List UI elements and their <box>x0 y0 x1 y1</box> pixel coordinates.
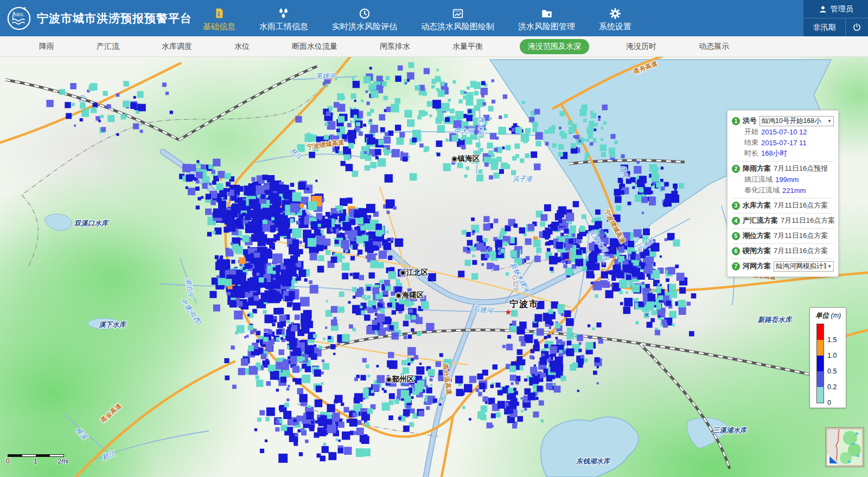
user-box: 管理员 非汛期 <box>803 0 868 36</box>
tab-gate-pump-drainage[interactable]: 闸泵排水 <box>374 40 416 54</box>
flood-number-section: 1 洪号 灿鸿10号开始168小时 ▼ 开始2015-07-10 12 结束20… <box>732 114 834 161</box>
tab-inundation-extent-depth[interactable]: 淹没范围及水深 <box>520 39 589 54</box>
step-3-badge: 3 <box>732 202 740 210</box>
admin-user-button[interactable]: 管理员 <box>803 0 868 18</box>
legend-stops: 1.51.00.50.20 <box>816 324 824 403</box>
depth-legend: 单位 (m) 1.51.00.50.20 <box>809 307 846 408</box>
legend-segment: 1.5 <box>817 324 824 340</box>
flood-number-select[interactable]: 灿鸿10号开始168小时 ▼ <box>760 116 834 126</box>
legend-segment: 0.5 <box>817 356 824 371</box>
step-1-badge: 1 <box>732 117 740 125</box>
map-label-roadgray: G329 <box>510 275 520 292</box>
user-icon <box>819 5 827 14</box>
map-label-water: 三溪浦水库 <box>713 426 747 435</box>
map-label-water: 溪下水库 <box>99 320 126 330</box>
tab-inundation-duration[interactable]: 淹没历时 <box>621 40 662 54</box>
sub-nav: 降雨 产汇流 水库调度 水位 断面水位流量 闸泵排水 水量平衡 淹没范围及水深 … <box>0 36 868 57</box>
nav-water-rain-info[interactable]: 水雨工情信息 <box>259 0 308 36</box>
water-drops-icon <box>277 7 290 20</box>
map-label-river: 西大河 <box>476 116 486 136</box>
reservoir-scheme-section: 3水库方案7月11日16点方案 <box>732 198 834 213</box>
map-label-river: 小浃江 <box>635 236 656 255</box>
map-label-river: 江南大河 <box>586 228 609 254</box>
map-label-river: 横溪 <box>74 426 89 441</box>
nav-dynamic-riskmap[interactable]: 动态洪水风险图绘制 <box>421 0 494 36</box>
map-label-district: ◉鄞州区 <box>386 375 414 384</box>
dynamic-chart-icon <box>452 7 464 20</box>
caret-down-icon: ▼ <box>827 264 832 269</box>
flood-scheme-panel: 1 洪号 灿鸿10号开始168小时 ▼ 开始2015-07-10 12 结束20… <box>727 110 839 277</box>
legend-segment: 1.0 <box>817 340 824 356</box>
map-label-river: 中大河 <box>454 127 474 136</box>
map-label-city: 宁波市 <box>509 299 539 310</box>
power-button[interactable] <box>845 18 868 36</box>
nav-realtime-risk[interactable]: 实时洪水风险评估 <box>332 0 397 36</box>
info-scroll-icon <box>213 7 225 20</box>
map-label-water: 东钱湖水库 <box>576 457 610 466</box>
map-label-district: ◉江北区 <box>400 268 428 278</box>
map-label-road: 宁波绕城高速 <box>602 208 627 245</box>
folder-icon <box>541 7 553 20</box>
legend-title: 单位 (m) <box>815 311 846 320</box>
end-label: 结束 <box>744 138 758 147</box>
city-star: ★ <box>505 307 512 317</box>
rainfall-scheme-section: 2 降雨方案 7月11日16点预报 姚江流域199mm 奉化江流域221mm <box>732 161 834 198</box>
map-label-river: 湖泊河 <box>183 277 196 298</box>
season-mode-button[interactable]: 非汛期 <box>803 18 845 36</box>
main-nav: 基础信息 水雨工情信息 实时洪水风险评估 动态洪水风险图绘制 洪水风险图管理 <box>203 0 631 36</box>
overview-map[interactable] <box>826 428 864 467</box>
map-label-road: 甬金高速 <box>99 402 123 424</box>
nav-system-settings[interactable]: 系统设置 <box>599 0 631 36</box>
tab-dynamic-display[interactable]: 动态展示 <box>693 40 735 54</box>
river-network-section: 7 河网方案 灿鸿河网模拟计算 ▼ <box>732 259 834 274</box>
step-4-badge: 4 <box>732 217 740 225</box>
map-label-river: 浜子港 <box>513 175 532 184</box>
runoff-scheme-section: 4产汇流方案7月11日16点方案 <box>732 213 834 228</box>
tab-section-stage-flow[interactable]: 断面水位流量 <box>286 40 343 54</box>
app-logo-icon: NBSL <box>7 6 31 31</box>
tab-rainfall[interactable]: 降雨 <box>34 40 60 54</box>
map-label-river: 后塘河 <box>473 304 493 316</box>
brand: NBSL 宁波市城市洪涝预报预警平台 <box>0 0 195 36</box>
map-label-district: ◉镇海区 <box>451 154 480 164</box>
gear-icon <box>609 7 621 20</box>
step-2-badge: 2 <box>732 165 740 173</box>
legend-segment: 0.2 <box>817 371 824 387</box>
tab-water-level[interactable]: 水位 <box>229 40 255 54</box>
tab-water-balance[interactable]: 水量平衡 <box>447 40 488 54</box>
scale-bar: 0 1 2mi <box>8 454 73 465</box>
page-title: 宁波市城市洪涝预报预警平台 <box>37 11 192 26</box>
map-label-river: 中塘河(西) <box>178 296 203 327</box>
tide-scheme-section: 5潮位方案7月11日16点方案 <box>732 228 834 243</box>
power-icon <box>852 23 861 32</box>
step-5-badge: 5 <box>732 232 740 240</box>
duration-label: 时长 <box>744 149 758 158</box>
gate-scheme-section: 6碶闸方案7月11日16点方案 <box>732 243 834 259</box>
flood-number-label: 洪号 <box>743 116 757 126</box>
nav-basic-info[interactable]: 基础信息 <box>203 0 235 36</box>
caret-down-icon: ▼ <box>827 119 832 124</box>
step-7-badge: 7 <box>732 262 740 270</box>
app-header: NBSL 宁波市城市洪涝预报预警平台 基础信息 水雨工情信息 实时洪水风险评估 <box>0 0 868 36</box>
tab-reservoir-dispatch[interactable]: 水库调度 <box>156 40 197 54</box>
end-value: 2015-07-17 11 <box>761 139 807 147</box>
map-label-river: 鄞江 <box>101 449 117 463</box>
map-label-road: 宁波绕城高速 <box>307 138 344 151</box>
map-label-river: 甬江 <box>618 165 630 180</box>
river-network-select[interactable]: 灿鸿河网模拟计算 ▼ <box>774 261 834 272</box>
legend-segment: 0 <box>817 387 824 403</box>
map-label-district: ◉海曙区 <box>395 291 424 300</box>
duration-value: 168小时 <box>761 149 787 158</box>
tab-runoff[interactable]: 产汇流 <box>91 40 125 54</box>
map-label-river: 英雄河 <box>316 72 335 81</box>
map-label-river: 慈江 <box>288 146 304 162</box>
map-canvas[interactable]: ◉镇海区◉江北区◉海曙区◉鄞州区宁波市★双溪口水库溪下水库新路岙水库三溪浦水库东… <box>0 57 868 477</box>
map-label-road: 甬舟高速 <box>633 59 659 76</box>
clock-icon <box>359 7 371 20</box>
overview-map-content <box>827 429 862 465</box>
user-name: 管理员 <box>831 4 853 14</box>
start-label: 开始 <box>744 127 758 137</box>
nav-riskmap-management[interactable]: 洪水风险图管理 <box>518 0 575 36</box>
map-label-river: 新杨木碶河 <box>508 261 531 294</box>
svg-text:NBSL: NBSL <box>14 12 24 17</box>
